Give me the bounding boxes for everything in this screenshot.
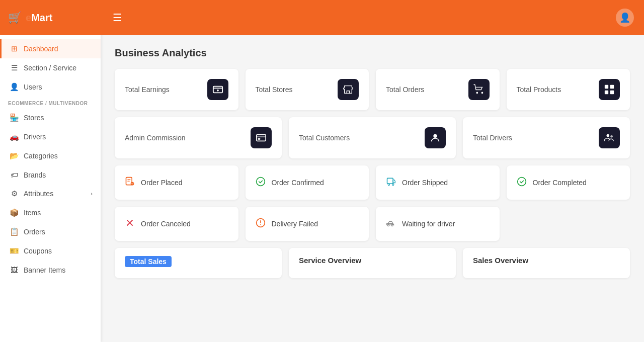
header-right: 👤 xyxy=(616,9,634,27)
card-total-orders[interactable]: Total Orders xyxy=(376,69,500,110)
sidebar-item-dashboard[interactable]: ⊞ Dashboard xyxy=(0,39,101,58)
page-title: Business Analytics xyxy=(115,47,630,59)
card-label: Order Completed xyxy=(533,179,587,187)
sidebar-item-users[interactable]: 👤 Users xyxy=(0,77,101,97)
svg-point-21 xyxy=(260,224,261,225)
svg-point-19 xyxy=(517,177,526,186)
card-label: Order Placed xyxy=(141,179,182,187)
card-admin-commission[interactable]: Admin Commission xyxy=(115,117,282,158)
orders-icon: 📋 xyxy=(10,227,19,236)
total-sales-section: Total Sales xyxy=(115,248,282,278)
sidebar-item-label: Users xyxy=(24,83,42,91)
card-label: Order Canceled xyxy=(141,220,191,228)
sidebar-item-label: Coupons xyxy=(24,247,52,255)
card-label: Order Shipped xyxy=(402,179,448,187)
card-order-shipped[interactable]: Order Shipped xyxy=(376,165,500,200)
avatar[interactable]: 👤 xyxy=(616,9,634,27)
card-order-placed[interactable]: Order Placed xyxy=(115,165,238,200)
sidebar-item-items[interactable]: 📦 Items xyxy=(0,203,101,222)
main-content: Business Analytics Total Earnings Total … xyxy=(101,35,644,342)
sidebar-item-label: Banner Items xyxy=(24,266,65,274)
sidebar-item-brands[interactable]: 🏷 Brands xyxy=(0,165,101,184)
svg-rect-7 xyxy=(610,91,614,94)
empty-card xyxy=(507,207,630,241)
sidebar-item-label: Items xyxy=(24,209,41,217)
total-customers-icon xyxy=(425,127,446,148)
svg-rect-4 xyxy=(605,85,608,89)
coupons-icon: 🎫 xyxy=(10,246,19,255)
card-total-stores[interactable]: Total Stores xyxy=(246,69,369,110)
sidebar-item-label: Brands xyxy=(24,171,46,179)
sidebar-item-label: Dashboard xyxy=(24,45,58,53)
order-shipped-icon xyxy=(386,177,396,189)
categories-icon: 📂 xyxy=(10,151,19,160)
order-row-1: Order Placed Order Confirmed Order Shipp… xyxy=(115,165,630,200)
svg-rect-5 xyxy=(610,85,614,89)
svg-point-3 xyxy=(481,92,483,94)
dashboard-icon: ⊞ xyxy=(10,44,19,53)
card-delivery-failed[interactable]: Delivery Failed xyxy=(246,207,369,241)
card-order-completed[interactable]: Order Completed xyxy=(507,165,630,200)
svg-point-10 xyxy=(433,134,437,138)
items-icon: 📦 xyxy=(10,208,19,217)
total-products-icon xyxy=(599,79,620,100)
card-total-products[interactable]: Total Products xyxy=(507,69,630,110)
card-label: Total Products xyxy=(517,86,561,94)
bottom-sections: Total Sales Service Overview Sales Overv… xyxy=(115,248,630,278)
svg-rect-6 xyxy=(605,91,608,94)
total-stores-icon xyxy=(338,79,359,100)
sidebar-item-stores[interactable]: 🏪 Stores xyxy=(0,108,101,127)
svg-point-1 xyxy=(217,90,219,92)
main-area: ☰ 👤 Business Analytics Total Earnings To… xyxy=(101,0,644,342)
svg-point-23 xyxy=(391,224,393,226)
svg-point-2 xyxy=(476,92,478,94)
sidebar-item-label: Drivers xyxy=(24,133,46,141)
card-label: Waiting for driver xyxy=(402,220,455,228)
section-icon: ☰ xyxy=(10,63,19,72)
svg-point-18 xyxy=(392,184,394,185)
avatar-icon: 👤 xyxy=(619,12,630,23)
total-sales-label: Total Sales xyxy=(125,256,172,267)
sidebar-item-orders[interactable]: 📋 Orders xyxy=(0,222,101,241)
sidebar-logo: 🛒 eMart xyxy=(0,0,101,35)
delivery-failed-icon xyxy=(256,218,266,230)
nav-section-label: ECOMMERCE / MULTIVENDOR xyxy=(0,97,101,108)
card-order-confirmed[interactable]: Order Confirmed xyxy=(246,165,369,200)
sidebar-item-coupons[interactable]: 🎫 Coupons xyxy=(0,241,101,261)
order-completed-icon xyxy=(517,177,527,189)
svg-point-12 xyxy=(610,135,613,138)
card-label: Total Stores xyxy=(256,86,293,94)
sidebar-item-banner-items[interactable]: 🖼 Banner Items xyxy=(0,261,101,279)
card-total-drivers[interactable]: Total Drivers xyxy=(463,117,630,158)
hamburger-button[interactable]: ☰ xyxy=(111,10,124,26)
banner-icon: 🖼 xyxy=(10,266,19,274)
brands-icon: 🏷 xyxy=(10,170,19,179)
svg-point-15 xyxy=(256,177,265,186)
card-total-earnings[interactable]: Total Earnings xyxy=(115,69,238,110)
sidebar-item-attributes[interactable]: ⚙ Attributes › xyxy=(0,184,101,203)
card-label: Total Earnings xyxy=(125,86,170,94)
card-waiting-driver[interactable]: Waiting for driver xyxy=(376,207,500,241)
card-total-customers[interactable]: Total Customers xyxy=(289,117,456,158)
top-header: ☰ 👤 xyxy=(101,0,644,35)
svg-point-22 xyxy=(387,224,389,226)
card-label: Total Drivers xyxy=(473,134,512,142)
analytics-row-2: Admin Commission Total Customers Total D… xyxy=(115,117,630,158)
svg-point-17 xyxy=(388,184,389,185)
sidebar-item-label: Categories xyxy=(24,152,58,160)
attributes-icon: ⚙ xyxy=(10,189,19,198)
sidebar-item-section-service[interactable]: ☰ Section / Service xyxy=(0,58,101,77)
card-order-canceled[interactable]: Order Canceled xyxy=(115,207,238,241)
service-overview-section: Service Overview xyxy=(289,248,456,278)
sidebar-item-label: Orders xyxy=(24,228,45,236)
total-earnings-icon xyxy=(207,79,228,100)
drivers-icon: 🚗 xyxy=(10,132,19,141)
sidebar-navigation: ⊞ Dashboard ☰ Section / Service 👤 Users … xyxy=(0,35,101,342)
svg-point-11 xyxy=(607,134,610,137)
logo-icon: 🛒 xyxy=(8,11,22,24)
service-overview-label: Service Overview xyxy=(299,256,361,265)
waiting-driver-icon xyxy=(386,218,396,230)
sidebar-item-categories[interactable]: 📂 Categories xyxy=(0,146,101,165)
sidebar-item-drivers[interactable]: 🚗 Drivers xyxy=(0,127,101,146)
svg-rect-9 xyxy=(258,138,261,140)
